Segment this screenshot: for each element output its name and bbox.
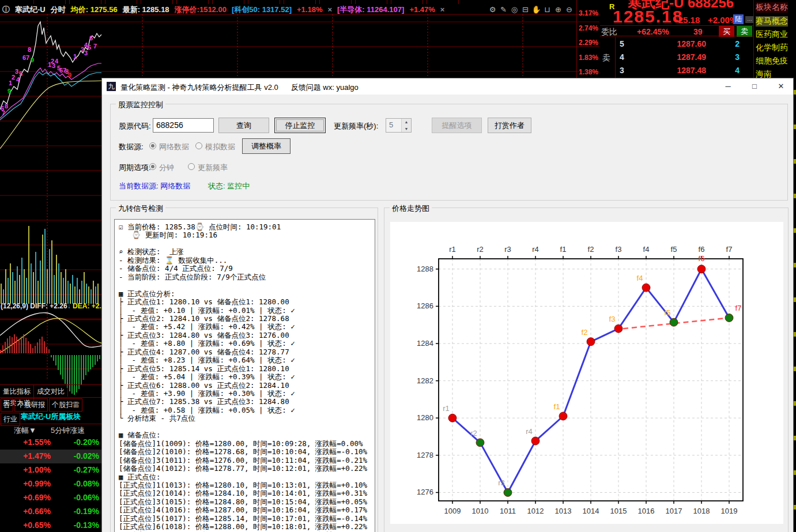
adjust-probability-button[interactable]: 调整概率 — [242, 138, 291, 154]
chart-group-label: 价格走势图 — [390, 203, 432, 214]
menu-tab[interactable] — [391, 0, 423, 4]
ask-price: 1287.48 — [655, 66, 706, 75]
report-tab[interactable]: 个股扫雷 — [49, 398, 82, 412]
printer-icon[interactable]: ⊟ — [520, 5, 531, 14]
menu-tab[interactable] — [176, 0, 209, 4]
svg-text:1014: 1014 — [583, 507, 599, 515]
radio-network-label[interactable]: 网络数据 — [159, 142, 189, 152]
close-button[interactable]: ✕ — [768, 78, 794, 95]
sequence-number-label: 9 — [68, 71, 71, 78]
dialog-titlebar[interactable]: 九 量化策略监测 - 神奇九转策略分析提醒工具 v2.0反馈问题 wx: yua… — [102, 78, 793, 95]
radio-minute[interactable] — [149, 163, 156, 170]
menu-tab[interactable] — [212, 0, 244, 4]
table-row[interactable]: +1.00%-0.27% — [0, 463, 101, 477]
stop-monitor-button[interactable]: 停止监控 — [274, 118, 326, 133]
radio-update-freq-label[interactable]: 更新频率 — [198, 163, 228, 173]
svg-text:r2: r2 — [477, 245, 484, 254]
donate-button[interactable]: 打赏作者 — [488, 118, 531, 133]
menu-tab[interactable] — [248, 0, 280, 4]
board-badge: 陆 — [733, 14, 744, 24]
sector-item[interactable]: 赛马概念 — [756, 16, 788, 27]
radio-network-data[interactable] — [149, 142, 156, 149]
status-datasource: 当前数据源: 网络数据 — [119, 181, 190, 191]
sector-item[interactable]: 细胞免疫 — [756, 56, 788, 66]
stock-code-label: 股票代码: — [119, 121, 151, 131]
menu-tab[interactable] — [141, 0, 173, 4]
table-row[interactable]: +0.69%-0.06% — [0, 491, 101, 505]
sequence-number-label: 3 — [84, 50, 88, 56]
table-row[interactable]: +0.66%-0.19% — [0, 505, 101, 519]
svg-text:f1: f1 — [554, 402, 560, 411]
svg-text:f7: f7 — [735, 304, 742, 312]
report-tab[interactable]: 告 — [1, 398, 13, 412]
board-change-value: +1.00% — [6, 465, 51, 474]
close-tag-icon[interactable]: × — [440, 5, 445, 14]
table-row[interactable]: +0.65%-0.13% — [0, 519, 101, 532]
sector-item[interactable]: 医药商业 — [756, 29, 788, 40]
menu-tab[interactable] — [69, 0, 101, 4]
sequence-number-label: 6 — [89, 35, 93, 41]
table-row[interactable]: +1.55%-0.20% — [0, 436, 101, 450]
pen-icon[interactable]: ✎ — [498, 5, 509, 14]
eye-icon[interactable]: ◎ — [509, 5, 520, 14]
board-change-value: +0.65% — [6, 520, 51, 530]
ask-volume: 4 — [715, 66, 740, 75]
sequence-number-label: 5 — [88, 44, 91, 51]
radio-mock-data[interactable] — [195, 142, 202, 149]
stock-code-input[interactable]: 688256 — [153, 118, 214, 133]
axis-percent-label: 2.74% — [579, 24, 598, 32]
radio-update-freq[interactable] — [188, 163, 195, 170]
svg-text:1009: 1009 — [444, 507, 461, 515]
more-icon[interactable]: … — [745, 16, 754, 23]
table-row[interactable]: +1.47%-0.02% — [0, 450, 101, 463]
gear-icon[interactable]: ⚙ — [487, 5, 498, 14]
index-semiconductor: [半导体: 11264.107] — [337, 5, 404, 14]
board-col-speed[interactable]: 5分钟涨速 — [51, 425, 85, 436]
spinner-up-icon[interactable]: ▲ — [402, 119, 411, 126]
report-tab[interactable]: 个股研报 — [14, 398, 48, 412]
board-speed-value: -0.27% — [54, 465, 99, 474]
unlock-icon[interactable]: ⊔ — [542, 5, 553, 14]
minimize-button[interactable]: ─ — [715, 78, 741, 95]
svg-text:1012: 1012 — [527, 507, 544, 515]
feedback-contact: 反馈问题 wx: yualgo — [291, 83, 359, 92]
menu-tab[interactable] — [427, 0, 459, 4]
menu-tab[interactable] — [284, 0, 316, 4]
svg-text:f4: f4 — [643, 245, 650, 254]
radio-minute-label[interactable]: 分钟 — [159, 163, 174, 173]
ask-price: 1287.49 — [655, 52, 706, 62]
svg-text:1288: 1288 — [417, 265, 433, 273]
svg-text:f5: f5 — [671, 245, 677, 254]
zoom-in-icon[interactable]: ⊕ — [553, 5, 564, 14]
menu-tab[interactable] — [355, 0, 387, 4]
spinner-arrows[interactable]: ▲▼ — [401, 119, 411, 132]
menu-tab[interactable] — [105, 0, 137, 4]
table-row[interactable]: +0.99%-0.08% — [0, 477, 101, 491]
query-button[interactable]: 查询 — [218, 118, 269, 133]
ask-level: 4 — [620, 52, 624, 62]
indicator-tab[interactable]: 量比指标 — [0, 385, 34, 397]
signal-output-textarea[interactable]: ☑ 当前价格: 1285.38⌚ 点位时间: 10:19:01 ⌚ 更新时间: … — [114, 219, 375, 532]
svg-text:1276: 1276 — [417, 488, 433, 496]
signal-text-line: └ 分析结束 - 共7点位 — [119, 414, 195, 424]
menu-tab[interactable] — [319, 0, 352, 4]
svg-text:1018: 1018 — [693, 507, 710, 515]
board-change-value: +0.69% — [6, 493, 51, 502]
svg-text:f4: f4 — [637, 274, 643, 282]
update-freq-spinner[interactable]: 5 ▲▼ — [386, 118, 412, 133]
sequence-number-label: 3 — [52, 62, 55, 69]
spinner-down-icon[interactable]: ▼ — [402, 126, 411, 133]
maximize-button[interactable]: □ — [741, 78, 768, 95]
menu-tab[interactable] — [33, 0, 66, 4]
close-tag-icon[interactable]: × — [327, 5, 332, 14]
svg-text:1278: 1278 — [417, 451, 433, 459]
zoom-out-icon[interactable]: ⊖ — [564, 5, 575, 14]
indicator-tab[interactable]: 成交对比 — [34, 385, 68, 397]
board-change-value: +0.66% — [6, 507, 51, 516]
macd-diff-label: (12,26,9) DIFF: +2.26 — [1, 302, 67, 310]
signal-text-line: ⌚ 更新时间: 10:19:16 — [119, 231, 217, 240]
sector-item[interactable]: 化学制药 — [756, 43, 788, 53]
hand-icon[interactable]: ✋ — [531, 5, 542, 14]
radio-mock-label[interactable]: 模拟数据 — [205, 142, 235, 152]
board-col-change[interactable]: 涨幅▼ — [14, 425, 36, 436]
